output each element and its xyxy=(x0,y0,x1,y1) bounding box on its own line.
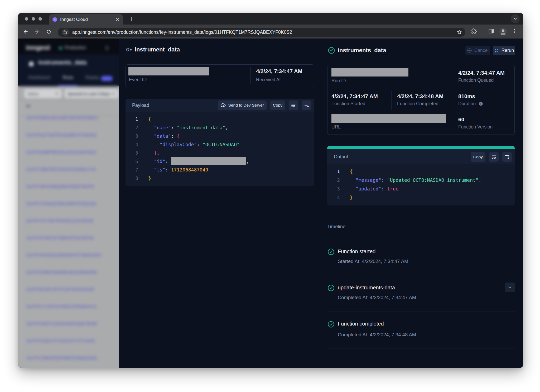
side-panel-button[interactable] xyxy=(488,28,494,35)
timeline-step-expand-button[interactable] xyxy=(505,283,515,292)
new-tab-button[interactable] xyxy=(127,15,136,23)
output-expand-button[interactable] xyxy=(502,152,512,162)
window-close-button[interactable] xyxy=(25,17,28,21)
code-line: 1{ xyxy=(327,167,515,176)
run-id-row[interactable]: 01HTFJ7DA6Q238SJWNHTE8Q2Q0 xyxy=(26,202,96,206)
window-zoom-button[interactable] xyxy=(38,17,42,21)
window-minimize-button[interactable] xyxy=(32,17,35,21)
word-wrap-icon xyxy=(291,103,296,108)
line-number: 3 xyxy=(327,184,344,193)
run-id-row[interactable]: 01HTFHYWF32TSB9H0T01F58T8J xyxy=(26,236,94,241)
payload-expand-button[interactable] xyxy=(302,101,311,110)
env-chevrons-icon[interactable] xyxy=(105,45,109,51)
function-started-label: Function Started xyxy=(331,101,378,107)
environment-selector[interactable]: Production xyxy=(65,45,86,50)
duration-label: Duration xyxy=(458,101,483,107)
code-line: 4} xyxy=(327,193,515,202)
timeline-step-title: Function completed xyxy=(338,321,384,327)
run-id-row[interactable]: 01HTFKMBPMD0ZAJ4AG04KD3A02 xyxy=(26,150,97,155)
rerun-button[interactable]: Rerun xyxy=(493,46,515,55)
browser-menu-button[interactable] xyxy=(512,28,517,35)
run-id-row[interactable]: 01HTFJ7C7HF7RVN051G3Y0253E xyxy=(26,219,94,223)
cancel-icon xyxy=(467,48,472,53)
run-id-row[interactable]: 01HTFJ9HV508Q48AP4DM73E9TK xyxy=(26,184,94,189)
code-line: 7 "ts": 1712068487049 xyxy=(126,166,314,174)
received-at-value: 4/2/24, 7:34:47 AM xyxy=(256,68,302,74)
timeline-step-timestamp: Completed At: 4/2/2024, 7:34:47 AM xyxy=(338,295,416,300)
run-id-row[interactable]: 01HTFEG3FVJP7FZJP7EA5XN3JR xyxy=(26,287,94,292)
forward-button[interactable] xyxy=(33,27,42,36)
code-text: "ts": 1712068487049 xyxy=(148,166,208,174)
payload-card: Payload Send to Dev Server Copy xyxy=(126,99,314,186)
forward-icon xyxy=(34,29,40,35)
run-id-row[interactable]: 01HTFC5Q07ZYVXNZVC7VT124K6 xyxy=(26,339,95,343)
output-wrap-button[interactable] xyxy=(489,152,499,162)
sidebar-header: inngest Production xyxy=(18,39,119,54)
payload-code-block[interactable]: 1{2 "name": "instrument_data",3 "data": … xyxy=(126,112,314,186)
output-success-bar xyxy=(327,146,515,149)
site-settings-icon[interactable] xyxy=(61,28,70,37)
line-number: 4 xyxy=(327,193,344,202)
tab-close-icon[interactable] xyxy=(115,17,120,22)
code-text: { xyxy=(350,167,353,176)
sidebar-tab-dashboard[interactable]: Dashboard xyxy=(28,75,50,80)
output-copy-button[interactable]: Copy xyxy=(471,152,485,162)
id-column-header: ID xyxy=(26,104,30,108)
back-button[interactable] xyxy=(21,27,30,36)
send-to-dev-server-button[interactable]: Send to Dev Server xyxy=(218,101,267,110)
section-divider xyxy=(321,216,523,216)
cancel-button[interactable]: Cancel xyxy=(465,46,490,55)
tab-title: Inngest Cloud xyxy=(60,17,113,22)
code-line: 2 "message": "Updated OCTO:NASDAQ instru… xyxy=(327,176,515,184)
extensions-button[interactable] xyxy=(471,28,477,35)
environment-status-dot xyxy=(59,47,62,50)
step-success-check-icon xyxy=(327,321,335,328)
output-title: Output xyxy=(334,154,467,160)
event-title: instrument_data xyxy=(135,46,180,53)
reload-button[interactable] xyxy=(44,27,53,36)
payload-wrap-button[interactable] xyxy=(289,101,298,110)
run-id-row[interactable]: 01HTFC39KAPQP069PZK3MQHA6G xyxy=(26,356,97,361)
event-details-card: Event ID 4/2/24, 7:34:47 AM Received At xyxy=(126,64,314,87)
event-icon xyxy=(126,47,132,52)
profile-avatar[interactable] xyxy=(499,28,507,35)
run-id-redacted xyxy=(331,68,408,77)
event-id-redacted xyxy=(128,67,209,75)
line-number: 6 xyxy=(126,157,142,166)
code-text: "name": "instrument_data", xyxy=(148,123,228,132)
run-id-row[interactable]: 01HTFCW27CZ2X3AZM7SQEY9H9F xyxy=(26,322,97,326)
scroll-to-bottom-icon xyxy=(304,103,309,108)
browser-tab[interactable]: Inngest Cloud xyxy=(49,14,123,25)
run-id-row[interactable]: 01HTFG38KPQSR9E4A91G8RAR9N xyxy=(26,270,97,275)
code-text: }, xyxy=(148,149,160,157)
run-id-row[interactable]: 01HTFKQT1M7RSJQABEXYF0K0S2 xyxy=(26,133,97,138)
code-text: } xyxy=(350,193,353,202)
queued-filter-dropdown[interactable]: Queued in Last 3 Days xyxy=(65,89,118,98)
browser-window: Inngest Cloud xyxy=(18,13,523,368)
chevron-down-icon xyxy=(508,285,512,290)
status-filter-label: Status xyxy=(27,92,39,96)
info-icon[interactable] xyxy=(479,102,483,106)
function-started-value: 4/2/24, 7:34:47 AM xyxy=(331,93,378,99)
run-id-row[interactable]: 01HTFN96XV8CXWE7657W7E3WDY xyxy=(26,116,98,121)
inngest-logo: inngest xyxy=(26,44,50,51)
bookmark-star-icon[interactable] xyxy=(456,29,462,35)
rerun-icon xyxy=(494,48,499,53)
details-col-divider xyxy=(452,91,452,110)
sidebar-tab-replay[interactable]: Replay xyxy=(85,75,99,80)
status-filter-dropdown[interactable]: Status xyxy=(24,89,62,98)
address-bar[interactable]: app.inngest.com/env/production/functions… xyxy=(58,28,465,37)
sidebar-tab-runs[interactable]: Runs xyxy=(63,75,73,80)
run-id-row[interactable]: 01HTFJ3B1PB27EWGK5Z0M6JYC8 xyxy=(26,167,95,172)
output-code-block[interactable]: 1{2 "message": "Updated OCTO:NASDAQ inst… xyxy=(327,164,515,205)
run-id-row[interactable]: 01HTFCYYZ0YGY0DKJVP92NKXCZ xyxy=(26,304,97,309)
payload-copy-button[interactable]: Copy xyxy=(270,101,285,110)
code-line: 4 "displayCode": "OCTO:NASDAQ" xyxy=(126,140,314,149)
code-line: 3 "data": { xyxy=(126,132,314,140)
line-number: 8 xyxy=(126,174,142,183)
tab-search-button[interactable] xyxy=(511,14,520,23)
function-queued-cell: 4/2/24, 7:34:47 AM Function Queued xyxy=(458,70,505,83)
run-id-row[interactable]: 01HTFHXGR0CWNH6WYET3NAVGRC xyxy=(26,253,102,258)
sidebar-blurred-content: inngest Production instruments_data Dash… xyxy=(18,39,119,368)
line-number: 7 xyxy=(126,166,142,174)
